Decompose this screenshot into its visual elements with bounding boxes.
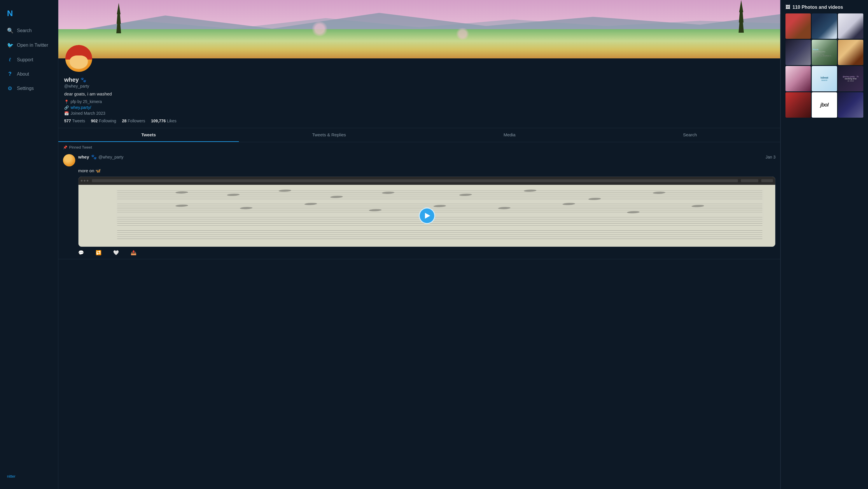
photo-thumb-10[interactable] — [785, 92, 811, 118]
tweet-author-badge: 🐾 — [91, 154, 97, 160]
tab-media[interactable]: Media — [420, 128, 600, 142]
profile-display-name: whey — [64, 77, 79, 83]
svg-point-22 — [175, 191, 189, 194]
tab-search[interactable]: Search — [600, 128, 780, 142]
photo-thumb-9[interactable]: @whey-party · 7hstocking timeok nlock — [838, 66, 863, 91]
tweet-date: Jan 3 — [766, 155, 776, 160]
photo-thumb-3[interactable] — [838, 13, 863, 39]
sidebar-item-label: Open in Twitter — [17, 42, 48, 48]
tweet-item: whey 🐾 @whey_party Jan 3 more on 🦋 — [58, 151, 780, 259]
tweet-avatar[interactable] — [63, 154, 75, 166]
reply-action[interactable]: 💬 — [78, 250, 84, 255]
sidebar-item-label: About — [17, 71, 29, 77]
svg-point-28 — [523, 189, 537, 192]
play-button[interactable] — [419, 207, 435, 224]
svg-point-31 — [175, 204, 189, 207]
right-sidebar: 🖼 110 Photos and videos Rock by @whey.pa — [780, 0, 868, 489]
following-label: Following — [99, 118, 116, 123]
profile-meta-website[interactable]: 🔗 whey.party/ — [64, 105, 774, 110]
sidebar-item-settings[interactable]: ⚙ Settings — [0, 82, 58, 95]
tweet-user-info: whey 🐾 @whey_party Jan 3 — [78, 154, 776, 160]
likes-label: Likes — [167, 118, 177, 123]
photo-thumb-12[interactable] — [838, 92, 863, 118]
share-icon: 📤 — [131, 250, 136, 255]
tweets-section: 📌 Pinned Tweet whey 🐾 @whey_party Jan 3 — [58, 142, 780, 259]
photo-thumb-2[interactable] — [812, 13, 837, 39]
likes-count: 109,776 — [151, 118, 166, 123]
avatar — [64, 44, 93, 73]
tweet-text: more on 🦋 — [78, 168, 101, 173]
stat-following[interactable]: 902 Following — [91, 118, 116, 123]
svg-point-39 — [690, 205, 705, 207]
sidebar-item-search[interactable]: 🔍 Search — [0, 24, 58, 37]
svg-point-27 — [458, 194, 473, 196]
tab-tweets[interactable]: Tweets — [58, 128, 239, 142]
sheet-toolbar — [79, 177, 775, 185]
location-icon: 📍 — [64, 99, 69, 104]
photo-thumb-11[interactable]: jbol — [812, 92, 837, 118]
tab-tweets-replies[interactable]: Tweets & Replies — [239, 128, 420, 142]
profile-location-text: pfp by 25_kimera — [70, 99, 102, 104]
profile-name-row: whey 🐾 — [64, 77, 774, 83]
profile-meta-location: 📍 pfp by 25_kimera — [64, 99, 774, 104]
photo-thumb-1[interactable] — [785, 13, 811, 39]
sidebar-item-open-twitter[interactable]: 🐦 Open in Twitter — [0, 38, 58, 52]
photo-thumb-5[interactable]: Rock by @whey.party lock game Feed adloc… — [812, 40, 837, 65]
sidebar-item-support[interactable]: ℓ Support — [0, 53, 58, 66]
tweet-actions: 💬 🔁 🤍 📤 — [78, 250, 776, 255]
tweet-media[interactable] — [78, 176, 776, 247]
svg-point-33 — [303, 203, 318, 205]
profile-meta-joined: 📅 Joined March 2023 — [64, 111, 774, 116]
search-icon: 🔍 — [7, 27, 13, 34]
support-icon: ℓ — [7, 57, 13, 63]
tweet-content: more on 🦋 — [78, 168, 776, 173]
stat-likes[interactable]: 109,776 Likes — [151, 118, 177, 123]
toolbar-dot-3 — [87, 180, 88, 181]
svg-point-37 — [561, 203, 576, 205]
tweets-label: Tweets — [72, 118, 85, 123]
tweet-author-name[interactable]: whey — [78, 154, 89, 160]
sheet-content — [79, 185, 775, 247]
photo-thumb-8[interactable]: iubeat saucer — [812, 66, 837, 91]
photo-text-5: Rock by @whey.party lock game Feed adloc… — [812, 40, 837, 65]
tweet-author-handle[interactable]: @whey_party — [99, 155, 124, 160]
sidebar-item-about[interactable]: ? About — [0, 67, 58, 81]
tweet-video[interactable] — [79, 177, 775, 247]
svg-point-23 — [226, 194, 241, 196]
tweet-header: whey 🐾 @whey_party Jan 3 — [63, 154, 776, 166]
profile-meta: 📍 pfp by 25_kimera 🔗 whey.party/ 📅 Joine… — [64, 99, 774, 116]
photo-thumb-6[interactable] — [838, 40, 863, 65]
following-count: 902 — [91, 118, 98, 123]
stat-followers[interactable]: 28 Followers — [122, 118, 145, 123]
profile-banner — [58, 0, 780, 58]
photos-grid: Rock by @whey.party lock game Feed adloc… — [785, 13, 863, 118]
like-action[interactable]: 🤍 — [113, 250, 119, 255]
like-icon: 🤍 — [113, 250, 119, 255]
pin-icon: 📌 — [63, 145, 67, 149]
share-action[interactable]: 📤 — [131, 250, 136, 255]
retweet-icon: 🔁 — [96, 250, 101, 255]
profile-area: whey 🐾 @whey_party dear goats, i am wash… — [58, 0, 780, 489]
svg-point-34 — [368, 209, 383, 211]
photos-count-label: 110 Photos and videos — [793, 5, 843, 10]
stat-tweets[interactable]: 577 Tweets — [64, 118, 85, 123]
photos-icon: 🖼 — [785, 5, 790, 10]
followers-label: Followers — [128, 118, 145, 123]
sidebar-item-label: Search — [17, 28, 32, 33]
profile-website-link[interactable]: whey.party/ — [70, 105, 91, 110]
retweet-action[interactable]: 🔁 — [96, 250, 101, 255]
svg-point-36 — [497, 207, 512, 209]
svg-point-32 — [239, 207, 254, 209]
svg-point-29 — [587, 198, 602, 200]
profile-badge: 🐾 — [81, 77, 86, 83]
profile-stats: 577 Tweets 902 Following 28 Followers 10… — [64, 118, 774, 123]
sidebar-item-label: Settings — [17, 86, 34, 91]
about-icon: ? — [7, 71, 13, 77]
photo-thumb-4[interactable] — [785, 40, 811, 65]
reply-icon: 💬 — [78, 250, 84, 255]
tweets-count: 577 — [64, 118, 71, 123]
pinned-tweet-header: 📌 Pinned Tweet — [58, 142, 780, 151]
toolbar-dot-1 — [81, 180, 83, 181]
photo-thumb-7[interactable] — [785, 66, 811, 91]
profile-bio: dear goats, i am washed — [64, 91, 774, 96]
